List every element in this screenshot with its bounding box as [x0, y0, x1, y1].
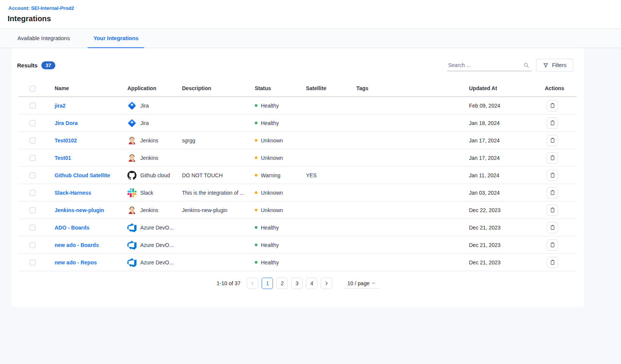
row-checkbox[interactable]	[30, 137, 36, 144]
jenkins-icon	[127, 153, 136, 162]
status-dot	[255, 244, 257, 246]
delete-button[interactable]	[547, 117, 558, 129]
row-checkbox[interactable]	[30, 207, 36, 213]
delete-button[interactable]	[547, 100, 558, 111]
account-breadcrumb-link[interactable]: Account: SEI-Internal-Prod2	[8, 5, 74, 11]
pagination-page-1[interactable]: 1	[262, 278, 273, 289]
row-checkbox[interactable]	[30, 242, 36, 248]
updated-at-value: Jan 11, 2024	[469, 172, 545, 178]
delete-button[interactable]	[547, 187, 558, 198]
tab-bar: Available IntegrationsYour Integrations	[0, 29, 621, 48]
jira-icon	[127, 101, 136, 110]
status-label: Healthy	[261, 242, 279, 248]
row-checkbox[interactable]	[30, 155, 36, 161]
pagination-next-button[interactable]	[321, 278, 332, 289]
page-title: Integrations	[8, 14, 621, 23]
integration-name-link[interactable]: Jenkins-new-plugin	[55, 207, 104, 213]
trash-icon	[550, 172, 555, 178]
table-row: Test01 Jenkins Unknown Jan 17, 2024	[18, 149, 577, 167]
status-dot	[255, 174, 257, 177]
filters-button[interactable]: Filters	[536, 59, 573, 72]
chevron-down-icon	[372, 281, 376, 285]
trash-icon	[550, 103, 555, 108]
tab-your-integrations[interactable]: Your Integrations	[88, 29, 144, 48]
application-label: Jenkins	[140, 207, 158, 213]
pagination-page-2[interactable]: 2	[276, 278, 288, 289]
select-all-checkbox[interactable]	[30, 86, 36, 92]
satellite-value: YES	[306, 172, 356, 178]
integration-name-link[interactable]: Github Cloud Satellite	[55, 172, 110, 178]
row-checkbox[interactable]	[30, 103, 36, 109]
application-label: Azure DevO...	[140, 259, 174, 266]
delete-button[interactable]	[547, 222, 558, 233]
status-dot	[255, 139, 257, 142]
integration-name-link[interactable]: Slack-Harness	[55, 190, 91, 196]
page-size-select[interactable]: 10 / page	[344, 278, 379, 289]
application-label: Jenkins	[140, 137, 158, 144]
table-row: ADO - Boards Azure DevO... Healthy Dec 2…	[18, 219, 577, 236]
trash-icon	[550, 120, 555, 126]
pagination-page-4[interactable]: 4	[306, 278, 317, 289]
filters-button-label: Filters	[552, 62, 566, 68]
search-box	[447, 59, 532, 71]
trash-icon	[550, 137, 555, 143]
updated-at-value: Dec 21, 2023	[469, 242, 545, 248]
status-dot	[255, 226, 257, 229]
row-checkbox[interactable]	[30, 225, 36, 231]
table-row: jira2 Jira Healthy Feb 09, 2024	[18, 97, 577, 114]
integration-name-link[interactable]: new ado - Repos	[55, 259, 97, 266]
description-text: sgrgg	[182, 137, 255, 144]
column-header-tags: Tags	[356, 85, 469, 91]
table-row: Test0102 Jenkins sgrgg Unknown Jan 17, 2…	[18, 132, 577, 149]
search-input[interactable]	[447, 59, 532, 71]
integration-name-link[interactable]: Test01	[55, 155, 71, 161]
column-header-name: Name	[55, 85, 127, 91]
application-label: Jira	[140, 120, 149, 126]
delete-button[interactable]	[547, 257, 558, 268]
integration-name-link[interactable]: jira2	[55, 103, 66, 109]
application-label: Azure DevO...	[140, 242, 174, 248]
row-checkbox[interactable]	[30, 259, 36, 266]
updated-at-value: Jan 17, 2024	[469, 137, 545, 144]
pagination-prev-button[interactable]	[247, 278, 258, 289]
jira-icon	[127, 119, 136, 128]
status-label: Warning	[261, 172, 281, 178]
delete-button[interactable]	[547, 135, 558, 146]
updated-at-value: Jan 18, 2024	[469, 120, 545, 126]
status-dot	[255, 261, 257, 264]
delete-button[interactable]	[547, 239, 558, 251]
updated-at-value: Jan 03, 2024	[469, 190, 545, 196]
status-dot	[255, 209, 257, 211]
column-header-satellite: Satellite	[306, 85, 356, 91]
delete-button[interactable]	[547, 152, 558, 164]
azuredevops-icon	[127, 241, 136, 250]
column-header-actions: Actions	[545, 85, 577, 91]
results-count-badge: 37	[41, 61, 55, 69]
application-label: Azure DevO...	[140, 225, 174, 231]
integration-name-link[interactable]: ADO - Boards	[55, 225, 89, 231]
integration-name-link[interactable]: new ado - Boards	[55, 242, 99, 248]
row-checkbox[interactable]	[30, 190, 36, 196]
slack-icon	[127, 188, 136, 197]
integration-name-link[interactable]: Jira Dora	[55, 120, 78, 126]
trash-icon	[550, 155, 555, 161]
tab-available-integrations[interactable]: Available Integrations	[12, 29, 75, 48]
delete-button[interactable]	[547, 170, 558, 181]
status-label: Healthy	[261, 103, 279, 109]
jenkins-icon	[127, 206, 136, 215]
pagination-page-3[interactable]: 3	[291, 278, 303, 289]
trash-icon	[550, 242, 555, 248]
delete-button[interactable]	[547, 205, 558, 216]
content-card: Results 37 Filters Name Application Des	[12, 48, 584, 307]
azuredevops-icon	[127, 223, 136, 232]
chevron-left-icon	[250, 281, 255, 286]
pagination: 1-10 of 37 123410 / page	[12, 271, 584, 293]
row-checkbox[interactable]	[30, 172, 36, 178]
integration-name-link[interactable]: Test0102	[55, 137, 77, 144]
status-label: Unknown	[261, 137, 283, 144]
status-dot	[255, 104, 257, 107]
table-header-row: Name Application Description Status Sate…	[18, 80, 577, 97]
results-summary: Results 37	[17, 61, 55, 69]
row-checkbox[interactable]	[30, 120, 36, 126]
pagination-range-label: 1-10 of 37	[216, 280, 240, 286]
